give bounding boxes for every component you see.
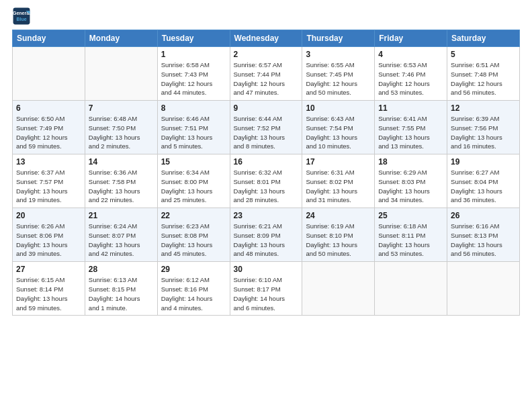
day-info: Sunrise: 6:37 AM Sunset: 7:57 PM Dayligh…: [16, 168, 81, 205]
calendar-cell: [302, 262, 375, 316]
day-number: 15: [161, 157, 226, 167]
day-info: Sunrise: 6:46 AM Sunset: 7:51 PM Dayligh…: [161, 114, 226, 151]
calendar-cell: 16Sunrise: 6:32 AM Sunset: 8:01 PM Dayli…: [230, 154, 302, 208]
day-info: Sunrise: 6:24 AM Sunset: 8:07 PM Dayligh…: [89, 222, 154, 259]
calendar-cell: 1Sunrise: 6:58 AM Sunset: 7:43 PM Daylig…: [157, 47, 230, 101]
calendar-cell: 22Sunrise: 6:23 AM Sunset: 8:08 PM Dayli…: [157, 208, 230, 262]
day-number: 25: [378, 211, 443, 220]
calendar-cell: 18Sunrise: 6:29 AM Sunset: 8:03 PM Dayli…: [375, 154, 447, 208]
day-info: Sunrise: 6:36 AM Sunset: 7:58 PM Dayligh…: [89, 168, 154, 205]
logo: General Blue: [12, 7, 31, 26]
day-number: 9: [234, 103, 299, 113]
weekday-saturday: Saturday: [447, 30, 520, 47]
day-number: 13: [16, 157, 81, 167]
weekday-sunday: Sunday: [13, 30, 85, 47]
day-number: 4: [378, 50, 443, 59]
day-info: Sunrise: 6:58 AM Sunset: 7:43 PM Dayligh…: [161, 60, 226, 97]
calendar-cell: 17Sunrise: 6:31 AM Sunset: 8:02 PM Dayli…: [302, 154, 375, 208]
day-info: Sunrise: 6:27 AM Sunset: 8:04 PM Dayligh…: [451, 168, 516, 205]
day-number: 2: [234, 50, 299, 59]
day-info: Sunrise: 6:19 AM Sunset: 8:10 PM Dayligh…: [306, 222, 371, 259]
day-number: 17: [306, 157, 371, 167]
week-row-4: 20Sunrise: 6:26 AM Sunset: 8:06 PM Dayli…: [13, 208, 520, 262]
weekday-monday: Monday: [85, 30, 157, 47]
calendar-cell: 28Sunrise: 6:13 AM Sunset: 8:15 PM Dayli…: [85, 262, 157, 316]
calendar-cell: [447, 262, 520, 316]
day-info: Sunrise: 6:48 AM Sunset: 7:50 PM Dayligh…: [89, 114, 154, 151]
calendar-cell: 10Sunrise: 6:43 AM Sunset: 7:54 PM Dayli…: [302, 101, 375, 154]
day-info: Sunrise: 6:18 AM Sunset: 8:11 PM Dayligh…: [378, 222, 443, 259]
calendar-cell: 29Sunrise: 6:12 AM Sunset: 8:16 PM Dayli…: [157, 262, 230, 316]
day-number: 27: [16, 265, 81, 274]
day-info: Sunrise: 6:16 AM Sunset: 8:13 PM Dayligh…: [451, 222, 516, 259]
calendar-cell: 14Sunrise: 6:36 AM Sunset: 7:58 PM Dayli…: [85, 154, 157, 208]
day-info: Sunrise: 6:32 AM Sunset: 8:01 PM Dayligh…: [234, 168, 299, 205]
day-number: 1: [161, 50, 226, 59]
calendar-cell: 4Sunrise: 6:53 AM Sunset: 7:46 PM Daylig…: [375, 47, 447, 101]
day-number: 29: [161, 265, 226, 274]
page: General Blue SundayMondayTuesdayWednesda…: [0, 0, 532, 411]
day-number: 23: [234, 211, 299, 220]
day-number: 8: [161, 103, 226, 113]
calendar-cell: 2Sunrise: 6:57 AM Sunset: 7:44 PM Daylig…: [230, 47, 302, 101]
calendar-cell: 6Sunrise: 6:50 AM Sunset: 7:49 PM Daylig…: [13, 101, 85, 154]
svg-text:Blue: Blue: [16, 17, 26, 21]
day-info: Sunrise: 6:44 AM Sunset: 7:52 PM Dayligh…: [234, 114, 299, 151]
day-number: 5: [451, 50, 516, 59]
weekday-thursday: Thursday: [302, 30, 375, 47]
logo-icon: General Blue: [12, 7, 31, 26]
weekday-friday: Friday: [375, 30, 447, 47]
calendar-cell: 5Sunrise: 6:51 AM Sunset: 7:48 PM Daylig…: [447, 47, 520, 101]
day-number: 16: [234, 157, 299, 167]
week-row-2: 6Sunrise: 6:50 AM Sunset: 7:49 PM Daylig…: [13, 101, 520, 154]
calendar-cell: 13Sunrise: 6:37 AM Sunset: 7:57 PM Dayli…: [13, 154, 85, 208]
day-info: Sunrise: 6:43 AM Sunset: 7:54 PM Dayligh…: [306, 114, 371, 151]
day-info: Sunrise: 6:13 AM Sunset: 8:15 PM Dayligh…: [89, 275, 154, 312]
day-number: 10: [306, 103, 371, 113]
day-number: 20: [16, 211, 81, 220]
day-info: Sunrise: 6:21 AM Sunset: 8:09 PM Dayligh…: [234, 222, 299, 259]
day-number: 6: [16, 103, 81, 113]
calendar-cell: 20Sunrise: 6:26 AM Sunset: 8:06 PM Dayli…: [13, 208, 85, 262]
calendar-table: SundayMondayTuesdayWednesdayThursdayFrid…: [12, 30, 520, 316]
calendar-cell: 23Sunrise: 6:21 AM Sunset: 8:09 PM Dayli…: [230, 208, 302, 262]
day-info: Sunrise: 6:39 AM Sunset: 7:56 PM Dayligh…: [451, 114, 516, 151]
day-info: Sunrise: 6:31 AM Sunset: 8:02 PM Dayligh…: [306, 168, 371, 205]
svg-rect-0: [13, 8, 30, 25]
day-number: 14: [89, 157, 154, 167]
day-info: Sunrise: 6:55 AM Sunset: 7:45 PM Dayligh…: [306, 60, 371, 97]
day-info: Sunrise: 6:51 AM Sunset: 7:48 PM Dayligh…: [451, 60, 516, 97]
day-number: 22: [161, 211, 226, 220]
day-number: 12: [451, 103, 516, 113]
day-info: Sunrise: 6:23 AM Sunset: 8:08 PM Dayligh…: [161, 222, 226, 259]
calendar-cell: 30Sunrise: 6:10 AM Sunset: 8:17 PM Dayli…: [230, 262, 302, 316]
calendar-cell: 11Sunrise: 6:41 AM Sunset: 7:55 PM Dayli…: [375, 101, 447, 154]
calendar-cell: 26Sunrise: 6:16 AM Sunset: 8:13 PM Dayli…: [447, 208, 520, 262]
day-number: 26: [451, 211, 516, 220]
calendar-cell: 27Sunrise: 6:15 AM Sunset: 8:14 PM Dayli…: [13, 262, 85, 316]
calendar-cell: 3Sunrise: 6:55 AM Sunset: 7:45 PM Daylig…: [302, 47, 375, 101]
week-row-5: 27Sunrise: 6:15 AM Sunset: 8:14 PM Dayli…: [13, 262, 520, 316]
day-number: 11: [378, 103, 443, 113]
weekday-tuesday: Tuesday: [157, 30, 230, 47]
day-number: 18: [378, 157, 443, 167]
day-info: Sunrise: 6:57 AM Sunset: 7:44 PM Dayligh…: [234, 60, 299, 97]
header: General Blue: [12, 7, 520, 26]
weekday-header-row: SundayMondayTuesdayWednesdayThursdayFrid…: [13, 30, 520, 47]
calendar-cell: 15Sunrise: 6:34 AM Sunset: 8:00 PM Dayli…: [157, 154, 230, 208]
day-number: 21: [89, 211, 154, 220]
day-number: 28: [89, 265, 154, 274]
calendar-cell: [13, 47, 85, 101]
day-info: Sunrise: 6:41 AM Sunset: 7:55 PM Dayligh…: [378, 114, 443, 151]
day-info: Sunrise: 6:50 AM Sunset: 7:49 PM Dayligh…: [16, 114, 81, 151]
day-info: Sunrise: 6:26 AM Sunset: 8:06 PM Dayligh…: [16, 222, 81, 259]
day-info: Sunrise: 6:15 AM Sunset: 8:14 PM Dayligh…: [16, 275, 81, 312]
calendar-cell: 8Sunrise: 6:46 AM Sunset: 7:51 PM Daylig…: [157, 101, 230, 154]
day-number: 19: [451, 157, 516, 167]
day-number: 24: [306, 211, 371, 220]
calendar-cell: 24Sunrise: 6:19 AM Sunset: 8:10 PM Dayli…: [302, 208, 375, 262]
day-info: Sunrise: 6:10 AM Sunset: 8:17 PM Dayligh…: [234, 275, 299, 312]
calendar-cell: 25Sunrise: 6:18 AM Sunset: 8:11 PM Dayli…: [375, 208, 447, 262]
day-number: 3: [306, 50, 371, 59]
day-number: 7: [89, 103, 154, 113]
